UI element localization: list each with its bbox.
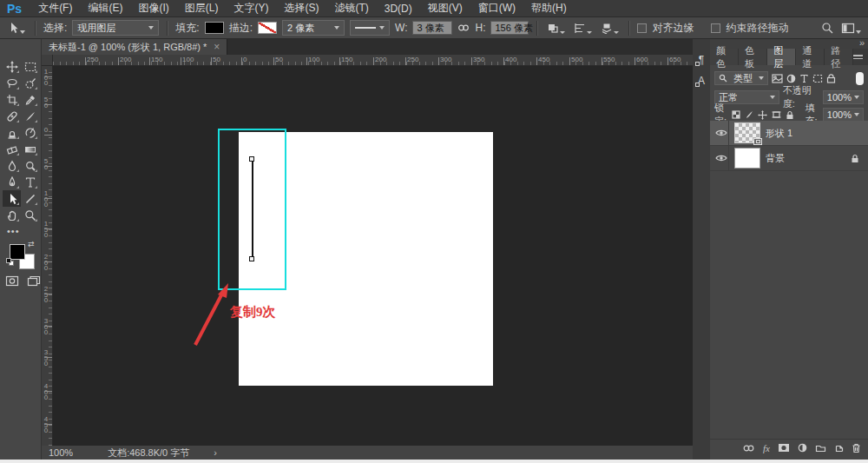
- filter-smart-objects-icon[interactable]: [826, 74, 836, 83]
- history-brush-tool[interactable]: [21, 124, 39, 141]
- layer-thumbnail[interactable]: [734, 122, 760, 143]
- spot-healing-tool[interactable]: [3, 108, 21, 124]
- quick-selection-tool[interactable]: [21, 75, 39, 91]
- link-layers-icon[interactable]: [742, 444, 755, 453]
- edit-toolbar-dots[interactable]: •••: [7, 226, 20, 236]
- panel-menu-icon[interactable]: [853, 53, 863, 61]
- tab-swatches[interactable]: 色板: [739, 49, 767, 65]
- layer-name[interactable]: 形状 1: [766, 127, 792, 140]
- selection-bounds-box[interactable]: [218, 129, 286, 290]
- menu-layer[interactable]: 图层(L): [177, 1, 227, 16]
- opacity-dropdown[interactable]: 100%: [823, 90, 864, 104]
- fill-opacity-dropdown[interactable]: 100%: [823, 108, 864, 122]
- line-shape-tool[interactable]: [21, 190, 39, 207]
- screen-mode-icon[interactable]: [27, 275, 41, 287]
- gradient-tool[interactable]: [21, 141, 39, 157]
- workspace-switcher-button[interactable]: [839, 22, 863, 35]
- visibility-toggle[interactable]: [713, 121, 729, 145]
- document-tab[interactable]: 未标题-1 @ 100% (形状 1, RGB/8#) * ×: [42, 39, 227, 55]
- tab-channels[interactable]: 通道: [796, 49, 825, 65]
- lasso-tool[interactable]: [3, 75, 21, 91]
- blur-tool[interactable]: [3, 157, 21, 174]
- collapse-panels-icon[interactable]: »: [859, 37, 864, 48]
- stroke-swatch[interactable]: [258, 22, 277, 34]
- stroke-width-dropdown[interactable]: 2 像素: [282, 20, 345, 36]
- path-arrangement-button[interactable]: [599, 22, 621, 35]
- menu-file[interactable]: 文件(F): [30, 1, 80, 16]
- zoom-tool[interactable]: [21, 207, 39, 223]
- lock-transparency-icon[interactable]: [732, 110, 740, 119]
- eraser-tool[interactable]: [3, 141, 21, 157]
- visibility-toggle[interactable]: [713, 146, 729, 170]
- layer-style-fx-button[interactable]: fx: [763, 443, 770, 453]
- menu-help[interactable]: 帮助(H): [523, 1, 575, 16]
- menu-window[interactable]: 窗口(W): [470, 1, 523, 16]
- lock-artboard-icon[interactable]: [772, 110, 781, 119]
- layer-row-shape1[interactable]: 形状 1: [710, 121, 868, 146]
- path-alignment-button[interactable]: [572, 22, 594, 35]
- menu-3d[interactable]: 3D(D): [377, 3, 420, 15]
- fill-swatch[interactable]: [205, 22, 224, 34]
- paragraph-panel-button[interactable]: ¶: [693, 50, 710, 70]
- align-edges-checkbox[interactable]: [637, 23, 647, 33]
- move-tool[interactable]: [3, 58, 21, 75]
- layer-row-background[interactable]: 背景: [710, 146, 868, 171]
- add-adjustment-icon[interactable]: [798, 443, 807, 453]
- search-icon[interactable]: [821, 22, 834, 35]
- menu-filter[interactable]: 滤镜(T): [326, 1, 376, 16]
- tab-layers[interactable]: 图层: [767, 49, 796, 65]
- filter-shape-layers-icon[interactable]: [812, 74, 823, 83]
- menu-view[interactable]: 视图(V): [420, 1, 470, 16]
- ruler-origin-corner[interactable]: [42, 55, 53, 66]
- link-dimensions-icon[interactable]: [457, 23, 470, 32]
- lock-all-icon[interactable]: [786, 110, 794, 120]
- close-tab-icon[interactable]: ×: [214, 41, 220, 53]
- clone-stamp-tool[interactable]: [3, 124, 21, 141]
- pen-tool[interactable]: [3, 174, 21, 190]
- shape-width-input[interactable]: 3 像素: [412, 21, 452, 35]
- lock-position-icon[interactable]: [758, 110, 767, 120]
- delete-layer-trash-icon[interactable]: [852, 443, 861, 453]
- filter-type-dropdown[interactable]: 类型: [714, 71, 768, 85]
- new-group-folder-icon[interactable]: [815, 443, 826, 453]
- foreground-color-swatch[interactable]: [10, 244, 25, 260]
- eyedropper-tool[interactable]: [21, 91, 39, 108]
- quick-mask-icon[interactable]: [5, 275, 19, 287]
- canvas-area[interactable]: 2502001501005005010015020025030035040045…: [42, 55, 693, 446]
- layer-thumbnail[interactable]: [734, 148, 760, 169]
- type-tool[interactable]: [21, 174, 39, 190]
- shape-height-input[interactable]: 156 像素: [490, 21, 529, 35]
- filter-toggle-switch[interactable]: [856, 72, 864, 85]
- dodge-tool[interactable]: [21, 157, 39, 174]
- lock-pixels-icon[interactable]: [745, 110, 753, 119]
- menu-edit[interactable]: 编辑(E): [80, 1, 130, 16]
- current-tool-button[interactable]: [5, 21, 27, 35]
- stroke-type-dropdown[interactable]: [350, 20, 390, 36]
- tab-paths[interactable]: 路径: [825, 49, 853, 65]
- marquee-tool[interactable]: [21, 58, 39, 75]
- filter-adjustment-layers-icon[interactable]: [786, 74, 796, 83]
- path-selection-tool[interactable]: [3, 190, 21, 207]
- top-ruler[interactable]: 2502001501005005010015020025030035040045…: [53, 55, 693, 66]
- menu-select[interactable]: 选择(S): [276, 1, 326, 16]
- layer-name[interactable]: 背景: [766, 152, 785, 165]
- crop-tool[interactable]: [3, 91, 21, 108]
- filter-type-layers-icon[interactable]: [799, 74, 809, 83]
- constrain-path-checkbox[interactable]: [711, 23, 720, 33]
- menu-image[interactable]: 图像(I): [130, 1, 176, 16]
- zoom-level[interactable]: 100%: [42, 447, 82, 458]
- character-panel-button[interactable]: A: [693, 70, 710, 91]
- stroke-width-value: 2 像素: [287, 22, 314, 35]
- add-mask-icon[interactable]: [778, 443, 790, 453]
- left-ruler[interactable]: 10050050100150200250300350400450: [42, 66, 53, 446]
- new-layer-icon[interactable]: [834, 443, 844, 453]
- select-mode-dropdown[interactable]: 现用图层: [72, 20, 159, 36]
- tab-color[interactable]: 颜色: [710, 49, 739, 65]
- filter-pixel-layers-icon[interactable]: [772, 74, 783, 83]
- menu-type[interactable]: 文字(Y): [226, 1, 276, 16]
- swap-colors-icon[interactable]: ⇄: [28, 240, 35, 248]
- brush-tool[interactable]: [21, 108, 39, 124]
- path-operations-button[interactable]: [545, 22, 567, 35]
- hand-tool[interactable]: [3, 207, 21, 223]
- status-chevron-icon[interactable]: ›: [214, 447, 217, 458]
